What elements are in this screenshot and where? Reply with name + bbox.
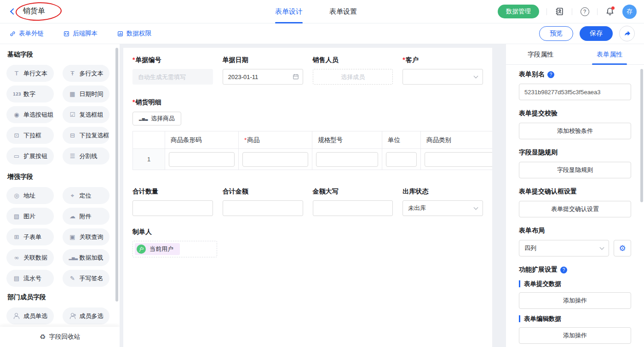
preview-button[interactable]: 预览: [539, 26, 573, 41]
checkbox-icon: ☑: [69, 111, 76, 118]
map-pin-icon: ◎: [13, 192, 20, 199]
field-item-divider[interactable]: ☰分割线: [63, 148, 110, 165]
field-item-number[interactable]: 123数字: [6, 85, 54, 102]
unit-cell-input[interactable]: [386, 152, 417, 167]
edit-data-add-action-button[interactable]: 添加操作: [519, 327, 631, 344]
submit-confirm-button[interactable]: 表单提交确认设置: [519, 201, 631, 217]
field-item-linked-data[interactable]: ∞关联数据: [6, 249, 54, 266]
backend-script-action[interactable]: 后端脚本: [63, 29, 98, 38]
product-cell-input[interactable]: [242, 152, 308, 167]
radio-icon: ◉: [13, 111, 20, 118]
detail-table-row: 1: [133, 149, 493, 170]
tab-form-design[interactable]: 表单设计: [275, 0, 303, 23]
help-badge-icon[interactable]: ?: [560, 267, 567, 273]
field-order-no[interactable]: *单据编号: [132, 56, 213, 85]
field-visibility-button[interactable]: 字段显隐规则: [519, 162, 631, 178]
spec-cell-input[interactable]: [316, 152, 378, 167]
field-item-text[interactable]: T单行文本: [6, 65, 54, 82]
header-actions: 数据管理 ? 存: [498, 5, 637, 19]
amount-words-input[interactable]: [313, 200, 393, 216]
tab-form-properties[interactable]: 表单属性: [575, 44, 644, 64]
section-extension: 功能扩展设置 ? 表单提交数据 添加操作 表单编辑数据 添加操作: [519, 266, 631, 344]
main-body: 基础字段 T单行文本 Ŧ多行文本 123数字 ▦日期时间 ◉单选按钮组 ☑复选框…: [0, 44, 644, 347]
field-palette-scroll: 基础字段 T单行文本 Ŧ多行文本 123数字 ▦日期时间 ◉单选按钮组 ☑复选框…: [0, 44, 120, 345]
field-item-member-single[interactable]: 成员单选: [6, 307, 54, 324]
panel-scrollbar[interactable]: [640, 69, 643, 202]
field-item-radio-group[interactable]: ◉单选按钮组: [6, 106, 54, 123]
field-item-extend-button[interactable]: ▭扩展按钮: [6, 148, 54, 165]
category-cell-input[interactable]: [425, 152, 492, 167]
add-validation-button[interactable]: 添加校验条件: [519, 123, 631, 139]
field-item-address[interactable]: ◎地址: [6, 187, 54, 204]
help-badge-icon[interactable]: ?: [547, 71, 554, 78]
serial-icon: ▤: [13, 275, 20, 282]
field-label: 合计数量: [132, 188, 213, 196]
back-icon[interactable]: [10, 8, 17, 15]
calendar-icon[interactable]: [293, 74, 299, 80]
field-amount-words[interactable]: 金额大写: [313, 188, 393, 216]
address-book-icon[interactable]: [554, 6, 564, 17]
properties-tabs: 字段属性 表单属性: [506, 44, 644, 65]
save-button[interactable]: 保存: [580, 26, 613, 41]
field-item-multi-select[interactable]: ⊟下拉复选框: [63, 127, 110, 144]
field-item-attachment[interactable]: ☁附件: [63, 208, 110, 225]
field-recycle-bin[interactable]: ♻ 字段回收站: [0, 327, 120, 347]
total-qty-input[interactable]: [132, 200, 213, 216]
field-creator[interactable]: 制单人 户 当前用户: [132, 228, 483, 257]
toolbar-links: 表单外链 后端脚本 数据权限: [9, 29, 151, 38]
external-link-action[interactable]: 表单外链: [9, 29, 44, 38]
extension-label: 功能扩展设置: [519, 266, 558, 274]
help-icon[interactable]: ?: [580, 6, 590, 17]
data-permission-action[interactable]: 数据权限: [117, 29, 151, 38]
field-item-serial-number[interactable]: ▤流水号: [6, 270, 54, 287]
field-salesperson[interactable]: 销售人员: [313, 56, 393, 85]
field-label: 销售人员: [313, 56, 393, 64]
chevron-down-icon: [474, 205, 478, 210]
tab-form-settings[interactable]: 表单设置: [329, 0, 357, 23]
customer-select[interactable]: [402, 69, 483, 85]
field-item-image[interactable]: ▧图片: [6, 208, 54, 225]
field-item-textarea[interactable]: Ŧ多行文本: [63, 65, 110, 82]
field-item-subform[interactable]: ⊞子表单: [6, 228, 54, 245]
salesperson-input[interactable]: [313, 69, 393, 85]
form-row-totals: 合计数量 合计金额 金额大写 出库状态 未出库: [132, 188, 483, 216]
field-item-signature[interactable]: ✎手写签名: [63, 270, 110, 287]
data-manage-button[interactable]: 数据管理: [498, 5, 539, 18]
submit-data-add-action-button[interactable]: 添加操作: [519, 292, 631, 309]
field-item-member-multi[interactable]: 成员多选: [63, 307, 110, 324]
top-header: 销货单 表单设计 表单设置 数据管理 ?: [0, 0, 644, 23]
cloud-upload-icon: ☁: [69, 213, 76, 220]
share-button[interactable]: [619, 26, 635, 41]
order-no-input[interactable]: [132, 69, 213, 85]
sidebar-scrollbar[interactable]: [115, 48, 118, 301]
notification-bell-icon[interactable]: [605, 6, 615, 17]
tab-field-properties[interactable]: 字段属性: [506, 44, 575, 64]
user-avatar[interactable]: 存: [622, 5, 637, 19]
field-item-location[interactable]: ⌖定位: [63, 187, 110, 204]
order-date-input[interactable]: [223, 69, 303, 85]
field-order-date[interactable]: 单据日期: [223, 56, 303, 85]
field-item-datetime[interactable]: ▦日期时间: [63, 85, 110, 102]
layout-settings-button[interactable]: ⚙: [614, 240, 631, 256]
field-total-qty[interactable]: 合计数量: [132, 188, 213, 216]
calendar-icon: ▦: [69, 91, 76, 97]
section-field-visibility: 字段显隐规则 字段显隐规则: [519, 148, 631, 178]
total-amount-input[interactable]: [223, 200, 303, 216]
field-total-amount[interactable]: 合计金额: [223, 188, 303, 216]
field-item-select[interactable]: ⊡下拉框: [6, 127, 54, 144]
select-product-button[interactable]: ▂▅▃ 选择商品: [132, 112, 181, 125]
field-item-linked-query[interactable]: ▣关联查询: [63, 228, 110, 245]
barcode-cell-input[interactable]: [169, 152, 235, 167]
field-label: 合计金额: [223, 188, 303, 196]
person-icon: [13, 313, 20, 319]
outbound-status-select[interactable]: 未出库: [402, 200, 483, 216]
field-item-data-load[interactable]: ▂▅▃数据加载: [63, 249, 110, 266]
form-layout-select[interactable]: 四列: [519, 240, 609, 256]
field-item-checkbox-group[interactable]: ☑复选框组: [63, 106, 110, 123]
field-outbound-status[interactable]: 出库状态 未出库: [402, 188, 483, 216]
form-alias-input[interactable]: [519, 84, 631, 100]
field-customer[interactable]: *客户: [402, 56, 483, 85]
form-toolbar: 表单外链 后端脚本 数据权限 预览 保存: [0, 23, 644, 44]
properties-body: 表单别名 ? 表单提交校验 添加校验条件 字段显隐规则 字段显隐规则 表单提交确…: [506, 70, 644, 344]
creator-field-box[interactable]: 户 当前用户: [132, 241, 217, 257]
